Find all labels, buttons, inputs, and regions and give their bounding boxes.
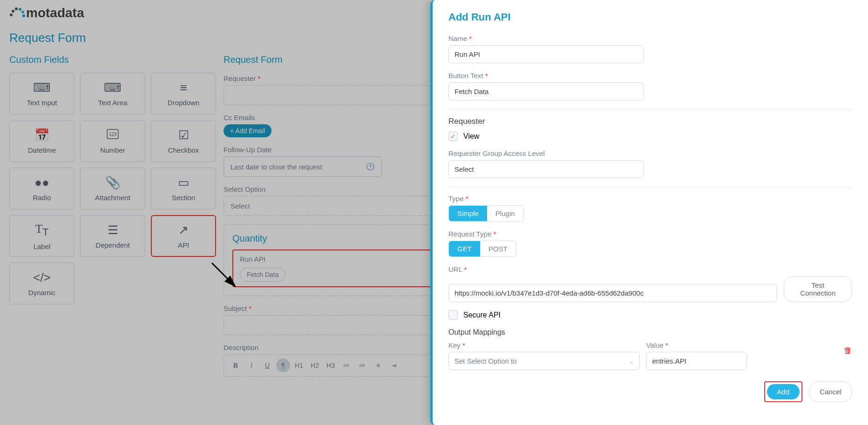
number-icon: 123 [107,128,119,142]
rte-indent[interactable]: ⇥ [387,358,401,372]
add-email-button[interactable]: + Add Email [224,124,271,137]
test-connection-button[interactable]: Test Connection [784,276,852,302]
button-text-input[interactable] [448,82,644,101]
svg-point-0 [10,13,13,16]
request-type-post-button[interactable]: POST [480,241,516,256]
attachment-icon: 📎 [105,175,120,190]
svg-point-5 [22,14,25,17]
svg-point-4 [21,11,24,13]
panel-title: Add Run API [448,11,852,23]
radio-icon: ●● [34,175,49,190]
rte-underline[interactable]: U [260,358,274,372]
rte-h3[interactable]: H3 [324,358,338,372]
fetch-data-button[interactable]: Fetch Data [240,268,285,282]
field-label[interactable]: TTLabel [9,215,75,257]
group-access-label: Requester Group Access Level [448,149,852,157]
key-select[interactable]: Set Select Option to ⌄ [448,352,640,370]
dropdown-icon: ≡ [180,81,187,95]
view-label: View [463,132,479,141]
calendar-icon: 📅 [34,128,49,142]
requester-section-header: Requester [448,117,852,126]
clock-icon: 🕐 [366,162,375,171]
rte-list-ul[interactable]: ≔ [339,358,353,372]
add-button-highlight: Add [764,381,803,402]
label-icon: TT [35,222,48,238]
name-label: Name * [448,34,852,42]
field-text-area[interactable]: ⌨Text Area [80,73,145,115]
logo-dots-icon [9,7,25,20]
add-run-api-panel: Add Run API Name * Button Text * Request… [430,0,868,425]
field-datetime[interactable]: 📅Datetime [9,120,75,162]
api-icon: ↗ [178,223,189,237]
text-area-icon: ⌨ [104,81,122,95]
rte-align[interactable]: ≡ [371,358,385,372]
logo-text: motadata [26,6,84,20]
dynamic-icon: </> [33,270,51,285]
add-button[interactable]: Add [767,384,800,399]
type-toggle: Simple Plugin [448,205,524,222]
rte-h1[interactable]: H1 [292,358,306,372]
url-label: URL * [448,265,852,273]
divider [448,109,852,109]
key-label: Key * [448,341,640,349]
output-mappings-header: Output Mappings [448,328,852,337]
rte-bold[interactable]: B [229,358,243,372]
dependent-icon: ☰ [108,223,118,237]
type-plugin-button[interactable]: Plugin [487,206,523,221]
url-input[interactable] [448,284,777,302]
svg-point-2 [15,7,18,10]
field-section[interactable]: ▭Section [151,168,216,209]
field-checkbox[interactable]: ☑Checkbox [151,120,216,162]
rte-paragraph[interactable]: ¶ [276,358,290,372]
field-dependent[interactable]: ☰Dependent [80,215,145,257]
field-attachment[interactable]: 📎Attachment [80,168,145,209]
field-dynamic[interactable]: </>Dynamic [9,263,75,304]
field-radio[interactable]: ●●Radio [9,168,75,209]
delete-mapping-icon[interactable]: 🗑 [844,341,852,356]
section-icon: ▭ [178,175,190,190]
name-input[interactable] [448,45,644,63]
view-checkbox[interactable] [448,132,458,141]
field-number[interactable]: 123Number [80,120,145,162]
checkbox-icon: ☑ [178,128,189,142]
rte-italic[interactable]: I [244,358,258,372]
field-text-input[interactable]: ⌨Text Input [9,73,75,115]
rte-h2[interactable]: H2 [308,358,322,372]
svg-point-3 [19,8,21,11]
type-simple-button[interactable]: Simple [449,206,487,221]
svg-point-1 [12,10,14,13]
field-dropdown[interactable]: ≡Dropdown [151,73,216,115]
value-input[interactable] [646,352,747,370]
type-label: Type * [448,195,852,202]
divider [448,187,852,187]
followup-input[interactable]: Last date to close the request 🕐 [224,156,382,177]
secure-api-checkbox[interactable] [448,310,458,320]
value-label: Value * [646,341,838,349]
rte-list-ol[interactable]: ≔ [355,358,369,372]
group-access-select[interactable]: Select [448,160,644,178]
button-text-label: Button Text * [448,72,852,80]
field-api[interactable]: ↗API [151,215,216,257]
custom-fields-header: Custom Fields [9,54,214,65]
chevron-down-icon: ⌄ [629,358,634,364]
text-input-icon: ⌨ [33,81,51,95]
secure-api-label: Secure API [463,311,501,319]
request-type-toggle: GET POST [448,241,516,257]
request-type-label: Request Type * [448,230,852,238]
request-type-get-button[interactable]: GET [449,241,480,256]
svg-text:123: 123 [109,132,117,137]
cancel-button[interactable]: Cancel [809,381,852,402]
